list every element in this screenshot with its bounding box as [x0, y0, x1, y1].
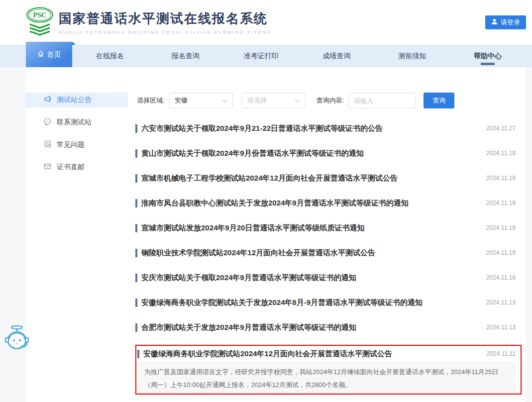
announcement-row-left: 安徽绿海商务职业学院测试站2024年12月面向社会开展普通话水平测试公告 — [137, 349, 392, 359]
announcement-row-left: 合肥市测试站关于发放2024年9月普通话水平测试等级证书的通知 — [135, 323, 356, 332]
nav-tab-online-signup[interactable]: 在线报名 — [72, 45, 148, 67]
announcement-date: 2024.11.13 — [486, 299, 516, 306]
announcement-title[interactable]: 合肥市测试站关于发放2024年9月普通话水平测试等级证书的通知 — [141, 323, 356, 332]
announcement-row[interactable]: 宣城市测试站发放2024年9月20日普通话水平测试等级纸质证书通知 2024.1… — [135, 215, 516, 240]
sidebar-item-label: 证书直邮 — [57, 163, 85, 172]
title-tick — [135, 274, 137, 282]
title-tick — [135, 124, 137, 133]
title-tick — [135, 149, 137, 158]
announcement-row[interactable]: 安徽绿海商务职业学院测试站关于发放2024年8月-9月普通话水平测试等级证书的通… — [135, 290, 516, 315]
announcement-row[interactable]: 安庆市测试站关于领取2024年9月普通话水平测试等级证书的通知 2024.11.… — [135, 265, 516, 290]
announcement-row-left: 铜陵职业技术学院测试站2024年12月面向社会开展普通话水平测试公告 — [135, 248, 375, 258]
announcement-row-top: 安庆市测试站关于领取2024年9月普通话水平测试等级证书的通知 2024.11.… — [135, 273, 516, 283]
sidebar-item-faq[interactable]: 常见问题 — [26, 137, 128, 152]
announcement-row-left: 六安市测试站关于领取2024年9月21-22日普通话水平测试等级证书的公告 — [135, 124, 383, 133]
site-title: 国家普通话水平测试在线报名系统 — [59, 10, 272, 27]
nav-items: 在线报名 报名查询 准考证打印 成绩查询 测前须知 帮助中心 — [72, 45, 526, 67]
psc-logo-icon: PSC — [26, 6, 54, 38]
announcement-row[interactable]: 黄山市测试站关于领取2024年9月份普通话水平测试等级证书的通知 2024.11… — [135, 141, 516, 166]
announcement-title[interactable]: 宣城市测试站发放2024年9月20日普通话水平测试等级纸质证书通知 — [141, 223, 364, 233]
nav-tab-label: 测前须知 — [398, 52, 426, 61]
nav-tab-admission-print[interactable]: 准考证打印 — [223, 45, 299, 67]
sidebar-item-contact-station[interactable]: 联系测试站 — [26, 115, 128, 130]
nav-tab-signup-query[interactable]: 报名查询 — [148, 45, 223, 67]
region-select[interactable]: 安徽 — [169, 93, 233, 108]
content-panel: 测试站公告 联系测试站 — [26, 67, 526, 402]
announcement-row[interactable]: 淮南市凤台县职教中心测试站关于发放2024年9月普通话水平测试等级证书的通知 2… — [135, 191, 516, 215]
announcement-date: 2024.11.27 — [486, 125, 516, 132]
title-tick — [135, 323, 137, 332]
sidebar-item-label: 常见问题 — [57, 140, 85, 149]
announcement-title[interactable]: 安庆市测试站关于领取2024年9月普通话水平测试等级证书的通知 — [141, 273, 356, 283]
sub-region-select[interactable]: 请选择 — [242, 93, 306, 108]
sidebar-item-certificate-mail[interactable]: 证书直邮 — [26, 160, 128, 175]
brand: PSC 国家普通话水平测试在线报名系统 GUOJIA PUTONGHUA SHU… — [26, 6, 272, 38]
nav-tab-label: 成绩查询 — [322, 52, 350, 61]
announcement-row-top: 六安市测试站关于领取2024年9月21-22日普通话水平测试等级证书的公告 20… — [135, 124, 516, 133]
announcement-row-left: 安庆市测试站关于领取2024年9月普通话水平测试等级证书的通知 — [135, 273, 356, 283]
announcement-list: 六安市测试站关于领取2024年9月21-22日普通话水平测试等级证书的公告 20… — [135, 116, 516, 395]
title-tick — [137, 350, 139, 358]
chat-assistant-robot-icon[interactable] — [4, 324, 29, 353]
announcement-title[interactable]: 淮南市凤台县职教中心测试站关于发放2024年9月普通话水平测试等级证书的通知 — [141, 199, 409, 208]
sidebar-item-label: 测试站公告 — [57, 96, 92, 104]
announcement-title[interactable]: 六安市测试站关于领取2024年9月21-22日普通话水平测试等级证书的公告 — [141, 124, 383, 133]
announcement-date: 2024.11.19 — [486, 175, 516, 182]
announcement-row-top: 合肥市测试站关于发放2024年9月普通话水平测试等级证书的通知 2024.11.… — [135, 323, 516, 332]
announcement-row-left: 黄山市测试站关于领取2024年9月份普通话水平测试等级证书的通知 — [135, 149, 364, 158]
announcement-row[interactable]: 安徽绿海商务职业学院测试站2024年12月面向社会开展普通话水平测试公告 202… — [135, 345, 522, 395]
chat-icon — [43, 117, 52, 127]
title-tick — [135, 174, 137, 183]
sub-region-select-placeholder: 请选择 — [247, 96, 267, 105]
main-nav: 首页 在线报名 报名查询 准考证打印 成绩查询 测前须知 帮助中心 — [0, 45, 532, 67]
site-subtitle: GUOJIA PUTONGHUA SHUIPING CESHI ZAIXIAN … — [59, 30, 272, 35]
announcement-row[interactable]: 合肥市测试站关于发放2024年9月普通话水平测试等级证书的通知 2024.11.… — [135, 315, 516, 340]
announcement-preview: 为推广普及国家通用语言文字，经研究并报学校同意，我站2024年12月继续面向社会… — [137, 362, 516, 394]
announcement-row[interactable]: 六安市测试站关于领取2024年9月21-22日普通话水平测试等级证书的公告 20… — [135, 116, 516, 141]
region-select-value: 安徽 — [175, 96, 188, 105]
nav-tab-pretest-notice[interactable]: 测前须知 — [374, 45, 450, 67]
brand-text: 国家普通话水平测试在线报名系统 GUOJIA PUTONGHUA SHUIPIN… — [59, 10, 272, 35]
filter-bar: 选择区域: 安徽 请选择 查询内容: 查询 — [135, 93, 516, 108]
faq-icon — [43, 140, 52, 150]
login-button-label: 请登录 — [501, 18, 520, 27]
nav-tab-label: 帮助中心 — [474, 52, 502, 61]
title-tick — [135, 224, 137, 232]
preview-paragraph: 为推广普及国家通用语言文字，经研究并报学校同意，我站2024年12月继续面向社会… — [144, 366, 509, 392]
mail-icon — [43, 162, 52, 172]
sidebar-item-station-announcements[interactable]: 测试站公告 — [26, 93, 128, 107]
home-icon — [37, 50, 44, 59]
nav-tab-label: 准考证打印 — [244, 52, 279, 61]
sidebar: 测试站公告 联系测试站 — [26, 67, 128, 402]
announcement-row-left: 淮南市凤台县职教中心测试站关于发放2024年9月普通话水平测试等级证书的通知 — [135, 199, 409, 208]
chevron-down-icon — [222, 97, 227, 104]
chevron-down-icon — [295, 97, 300, 104]
query-input[interactable] — [348, 93, 416, 108]
announcement-title[interactable]: 黄山市测试站关于领取2024年9月份普通话水平测试等级证书的通知 — [141, 149, 364, 158]
announcement-title[interactable]: 安徽绿海商务职业学院测试站2024年12月面向社会开展普通话水平测试公告 — [143, 349, 392, 359]
announcement-title[interactable]: 安徽绿海商务职业学院测试站关于发放2024年8月-9月普通话水平测试等级证书的通… — [141, 298, 423, 307]
login-button[interactable]: 请登录 — [485, 15, 526, 29]
announcement-title[interactable]: 铜陵职业技术学院测试站2024年12月面向社会开展普通话水平测试公告 — [141, 248, 375, 258]
main-content: 选择区域: 安徽 请选择 查询内容: 查询 六 — [128, 67, 526, 402]
nav-tab-home[interactable]: 首页 — [26, 42, 72, 67]
announcement-row-top: 黄山市测试站关于领取2024年9月份普通话水平测试等级证书的通知 2024.11… — [135, 149, 516, 158]
announcement-row[interactable]: 铜陵职业技术学院测试站2024年12月面向社会开展普通话水平测试公告 2024.… — [135, 240, 516, 265]
announcement-row-left: 安徽绿海商务职业学院测试站关于发放2024年8月-9月普通话水平测试等级证书的通… — [135, 298, 423, 307]
svg-text:PSC: PSC — [33, 11, 46, 19]
nav-tab-label: 首页 — [47, 50, 61, 59]
nav-tab-label: 在线报名 — [96, 52, 124, 61]
announcement-date: 2024.11.19 — [486, 150, 516, 157]
announcement-row[interactable]: 宣城市机械电子工程学校测试站2024年12月面向社会开展普通话水平测试公告 20… — [135, 166, 516, 191]
query-label: 查询内容: — [317, 96, 344, 105]
announcement-row-top: 宣城市测试站发放2024年9月20日普通话水平测试等级纸质证书通知 2024.1… — [135, 223, 516, 233]
sidebar-item-label: 联系测试站 — [57, 118, 92, 127]
announcement-date: 2024.11.11 — [487, 350, 516, 357]
megaphone-icon — [43, 95, 52, 105]
announcement-title[interactable]: 宣城市机械电子工程学校测试站2024年12月面向社会开展普通话水平测试公告 — [141, 174, 398, 183]
nav-tab-score-query[interactable]: 成绩查询 — [299, 45, 374, 67]
title-tick — [135, 299, 137, 307]
nav-tab-help-center[interactable]: 帮助中心 — [450, 45, 526, 67]
search-button[interactable]: 查询 — [424, 93, 454, 108]
nav-tab-label: 报名查询 — [172, 52, 200, 61]
